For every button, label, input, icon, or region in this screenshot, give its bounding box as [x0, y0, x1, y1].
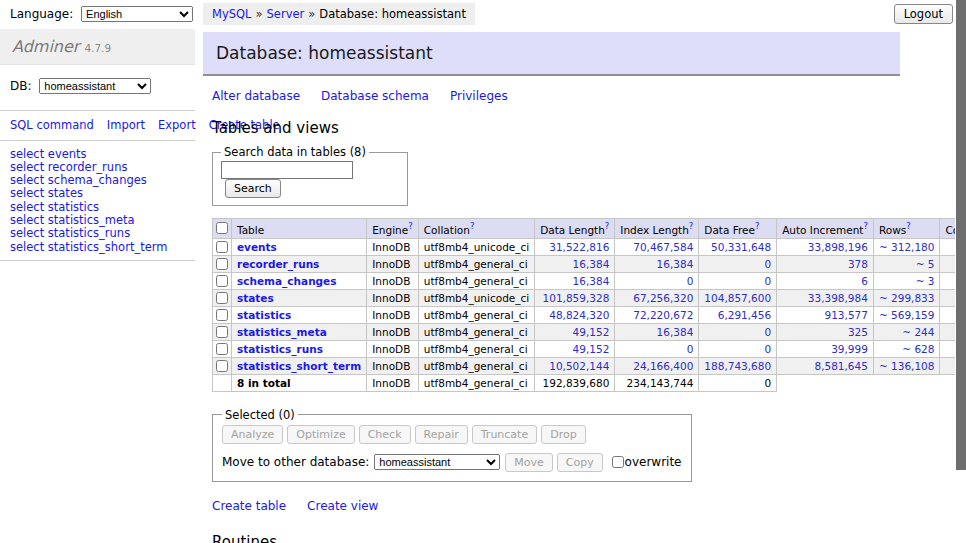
row-checkbox[interactable]	[216, 275, 228, 287]
sidebar-table-link[interactable]: select statistics_meta	[10, 214, 185, 227]
selected-action-button[interactable]: Check	[359, 425, 411, 444]
row-checkbox[interactable]	[216, 326, 228, 338]
help-link[interactable]: ?	[408, 221, 413, 231]
move-button[interactable]: Move	[505, 453, 553, 472]
app-version: 4.7.9	[84, 42, 111, 54]
routines-heading: Routines	[212, 533, 956, 543]
row-checkbox[interactable]	[216, 292, 228, 304]
sidebar-table-link[interactable]: select events	[10, 148, 185, 161]
language-select[interactable]: English	[81, 6, 193, 22]
collation-cell: utf8mb4_general_ci	[418, 306, 534, 323]
breadcrumb-separator: »	[308, 7, 315, 21]
engine-cell: InnoDB	[367, 289, 419, 306]
table-link[interactable]: statistics_short_term	[237, 360, 361, 372]
row-checkbox[interactable]	[216, 258, 228, 270]
data-length-cell: 16,384	[535, 255, 615, 272]
breadcrumb-current: Database: homeassistant	[319, 7, 466, 21]
auto-increment-cell: 39,999	[777, 340, 874, 357]
engine-cell: InnoDB	[367, 272, 419, 289]
help-link[interactable]: ?	[755, 221, 760, 231]
column-header-label: Data Free	[704, 224, 755, 236]
total-data-free: 0	[699, 374, 777, 391]
table-row: states InnoDB utf8mb4_unicode_ci 101,859…	[213, 289, 966, 306]
row-checkbox[interactable]	[216, 241, 228, 253]
logout-button[interactable]: Logout	[894, 4, 953, 24]
data-free-cell: 0	[699, 272, 777, 289]
selected-action-button[interactable]: Repair	[415, 425, 468, 444]
engine-cell: InnoDB	[367, 238, 419, 255]
scrollbar-track[interactable]	[955, 0, 966, 543]
scrollbar-thumb[interactable]	[956, 0, 966, 470]
sidebar-table-link[interactable]: select statistics_short_term	[10, 241, 185, 254]
index-length-cell: 67,256,320	[615, 289, 699, 306]
sidebar-table-link[interactable]: select states	[10, 187, 185, 200]
db-select[interactable]: homeassistant	[39, 78, 151, 94]
page-title: Database: homeassistant	[203, 32, 900, 76]
help-link[interactable]: ?	[863, 221, 868, 231]
selected-action-button[interactable]: Analyze	[222, 425, 283, 444]
sidebar-command-link[interactable]: SQL command	[10, 118, 94, 132]
sidebar: Language: English Adminer4.7.9 DB: homea…	[0, 0, 195, 267]
create-links: Create tableCreate view	[212, 499, 956, 513]
table-link[interactable]: states	[237, 292, 274, 304]
data-free-cell: 0	[699, 340, 777, 357]
selected-action-button[interactable]: Drop	[541, 425, 585, 444]
overwrite-label: overwrite	[625, 455, 682, 469]
auto-increment-cell: 33,898,196	[777, 238, 874, 255]
table-link[interactable]: events	[237, 241, 277, 253]
sidebar-divider	[0, 140, 195, 141]
database-action-link[interactable]: Database schema	[321, 89, 429, 103]
sidebar-table-link[interactable]: select statistics	[10, 201, 185, 214]
sidebar-table-link[interactable]: select schema_changes	[10, 174, 185, 187]
auto-increment-cell: 378	[777, 255, 874, 272]
sidebar-command-link[interactable]: Import	[107, 118, 145, 132]
column-header-label: Rows	[879, 224, 906, 236]
sidebar-divider	[0, 260, 195, 261]
rows-cell: ~ 3	[873, 272, 940, 289]
data-length-cell: 101,859,328	[535, 289, 615, 306]
index-length-cell: 0	[615, 340, 699, 357]
row-checkbox[interactable]	[216, 309, 228, 321]
sidebar-divider	[0, 110, 195, 111]
engine-cell: InnoDB	[367, 306, 419, 323]
sidebar-table-link[interactable]: select statistics_runs	[10, 227, 185, 240]
overwrite-checkbox[interactable]	[612, 456, 624, 468]
table-link[interactable]: schema_changes	[237, 275, 337, 287]
database-action-link[interactable]: Alter database	[212, 89, 300, 103]
breadcrumb-mysql-link[interactable]: MySQL	[212, 7, 252, 21]
engine-cell: InnoDB	[367, 255, 419, 272]
sidebar-table-link[interactable]: select recorder_runs	[10, 161, 185, 174]
total-engine: InnoDB	[367, 374, 419, 391]
search-input[interactable]	[221, 161, 353, 179]
breadcrumb-server-link[interactable]: Server	[267, 7, 305, 21]
table-link[interactable]: recorder_runs	[237, 258, 319, 270]
database-action-link[interactable]: Privileges	[450, 89, 508, 103]
help-link[interactable]: ?	[906, 221, 911, 231]
help-link[interactable]: ?	[470, 221, 475, 231]
table-link[interactable]: statistics_meta	[237, 326, 327, 338]
selected-legend: Selected (0)	[222, 408, 298, 422]
copy-button[interactable]: Copy	[557, 453, 603, 472]
table-link[interactable]: statistics	[237, 309, 291, 321]
index-length-cell: 24,166,400	[615, 357, 699, 374]
selected-action-button[interactable]: Optimize	[287, 425, 354, 444]
data-free-cell: 0	[699, 323, 777, 340]
table-header-row: Table Engine? Collation? Data Length? In…	[213, 219, 966, 239]
sidebar-command-links: SQL commandImportExportCreate table	[0, 118, 175, 134]
database-links: Alter databaseDatabase schemaPrivileges	[212, 89, 956, 103]
table-link[interactable]: statistics_runs	[237, 343, 323, 355]
selected-action-button[interactable]: Truncate	[472, 425, 537, 444]
create-link[interactable]: Create table	[212, 499, 286, 513]
help-link[interactable]: ?	[605, 221, 610, 231]
row-checkbox[interactable]	[216, 360, 228, 372]
row-checkbox[interactable]	[216, 343, 228, 355]
collation-cell: utf8mb4_general_ci	[418, 340, 534, 357]
create-link[interactable]: Create view	[307, 499, 378, 513]
tables-heading: Tables and views	[212, 119, 956, 137]
collation-cell: utf8mb4_general_ci	[418, 272, 534, 289]
sidebar-command-link[interactable]: Export	[158, 118, 196, 132]
select-all-checkbox[interactable]	[216, 222, 228, 234]
help-link[interactable]: ?	[689, 221, 694, 231]
move-database-select[interactable]: homeassistant	[374, 454, 500, 470]
search-button[interactable]: Search	[225, 179, 281, 198]
